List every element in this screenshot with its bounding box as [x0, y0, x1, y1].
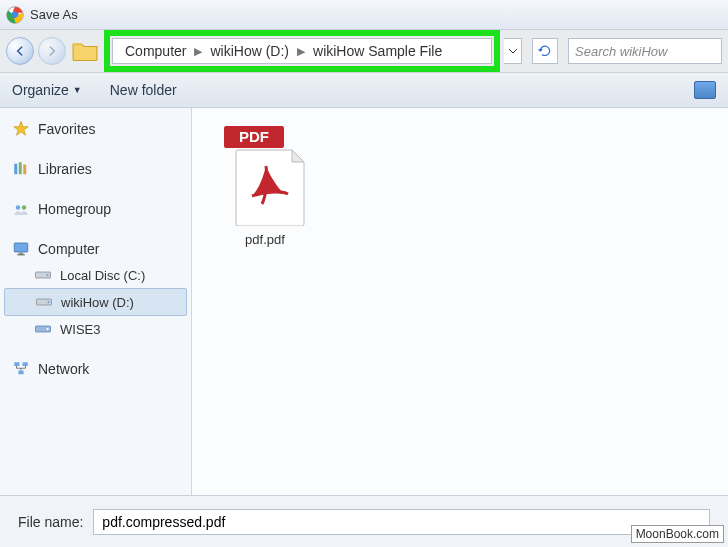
new-folder-button[interactable]: New folder: [110, 82, 177, 98]
chevron-down-icon: ▼: [73, 85, 82, 95]
file-label: pdf.pdf: [245, 232, 285, 247]
chrome-icon: [6, 6, 24, 24]
breadcrumb-dropdown[interactable]: [504, 38, 522, 64]
chevron-right-icon: ▶: [190, 45, 206, 58]
star-icon: [12, 120, 30, 138]
svg-point-13: [47, 301, 49, 303]
file-item-pdf[interactable]: PDF pdf.pdf: [210, 126, 320, 247]
sidebar-item-homegroup[interactable]: Homegroup: [0, 196, 191, 222]
search-placeholder: Search wikiHow: [575, 44, 667, 59]
filename-bar: File name:: [0, 495, 728, 547]
svg-rect-8: [19, 253, 24, 255]
breadcrumb-highlight: Computer ▶ wikiHow (D:) ▶ wikiHow Sample…: [104, 30, 500, 72]
network-icon: [12, 360, 30, 378]
svg-rect-17: [23, 362, 28, 366]
sidebar-item-favorites[interactable]: Favorites: [0, 116, 191, 142]
breadcrumb[interactable]: Computer ▶ wikiHow (D:) ▶ wikiHow Sample…: [112, 38, 492, 64]
svg-rect-18: [18, 371, 23, 375]
libraries-icon: [12, 160, 30, 178]
svg-rect-3: [19, 162, 22, 174]
svg-rect-9: [17, 254, 25, 255]
breadcrumb-seg-computer[interactable]: Computer: [121, 43, 190, 59]
forward-button[interactable]: [38, 37, 66, 65]
search-input[interactable]: Search wikiHow: [568, 38, 722, 64]
svg-point-6: [22, 205, 27, 210]
svg-point-15: [46, 328, 48, 330]
drive-icon: [34, 266, 52, 284]
svg-point-11: [46, 274, 48, 276]
watermark: MoonBook.com: [631, 525, 724, 543]
svg-rect-2: [14, 164, 17, 175]
svg-rect-4: [23, 165, 26, 175]
sidebar: Favorites Libraries Homegroup Computer L…: [0, 108, 192, 495]
filename-input[interactable]: [93, 509, 710, 535]
filename-label: File name:: [18, 514, 83, 530]
homegroup-icon: [12, 200, 30, 218]
back-button[interactable]: [6, 37, 34, 65]
breadcrumb-seg-drive[interactable]: wikiHow (D:): [206, 43, 293, 59]
sidebar-item-computer[interactable]: Computer: [0, 236, 191, 262]
svg-rect-7: [14, 243, 28, 252]
svg-text:PDF: PDF: [239, 128, 269, 145]
sidebar-item-wikihow-drive[interactable]: wikiHow (D:): [4, 288, 187, 316]
main-area: Favorites Libraries Homegroup Computer L…: [0, 108, 728, 495]
drive-icon: [35, 293, 53, 311]
sidebar-item-libraries[interactable]: Libraries: [0, 156, 191, 182]
organize-button[interactable]: Organize ▼: [12, 82, 82, 98]
view-options-button[interactable]: [694, 81, 716, 99]
title-bar: Save As: [0, 0, 728, 30]
drive-icon: [34, 320, 52, 338]
refresh-button[interactable]: [532, 38, 558, 64]
content-pane[interactable]: PDF pdf.pdf: [192, 108, 728, 495]
nav-bar: Computer ▶ wikiHow (D:) ▶ wikiHow Sample…: [0, 30, 728, 72]
chevron-right-icon: ▶: [293, 45, 309, 58]
sidebar-item-wise3[interactable]: WISE3: [0, 316, 191, 342]
svg-point-5: [16, 205, 21, 210]
sidebar-item-localdisc[interactable]: Local Disc (C:): [0, 262, 191, 288]
toolbar: Organize ▼ New folder: [0, 72, 728, 108]
folder-icon: [72, 40, 98, 62]
window-title: Save As: [30, 7, 78, 22]
svg-rect-16: [14, 362, 19, 366]
computer-icon: [12, 240, 30, 258]
sidebar-item-network[interactable]: Network: [0, 356, 191, 382]
breadcrumb-seg-folder[interactable]: wikiHow Sample File: [309, 43, 446, 59]
pdf-icon: PDF: [224, 126, 306, 226]
